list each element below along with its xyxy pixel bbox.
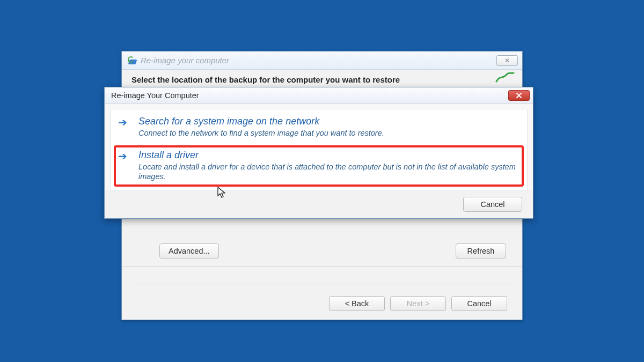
- close-button-back[interactable]: ✕: [496, 55, 518, 66]
- option-desc: Locate and install a driver for a device…: [138, 162, 519, 181]
- option-search-network[interactable]: ➔ Search for a system image on the netwo…: [114, 113, 524, 143]
- dialog-title: Re-image Your Computer: [111, 91, 508, 100]
- cancel-button-dialog[interactable]: Cancel: [463, 197, 522, 212]
- refresh-button[interactable]: Refresh: [456, 243, 506, 258]
- option-title: Install a driver: [138, 150, 519, 161]
- back-button[interactable]: < Back: [329, 296, 385, 311]
- arrow-right-icon: ➔: [118, 116, 133, 138]
- cancel-button[interactable]: Cancel: [451, 296, 507, 311]
- divider: [131, 284, 513, 284]
- reimage-options-dialog: Re-image Your Computer ➔ Search for a sy…: [104, 87, 533, 219]
- arrow-right-icon: ➔: [118, 150, 133, 181]
- advanced-button[interactable]: Advanced...: [159, 243, 219, 258]
- wizard-title: Re-image your computer: [141, 56, 493, 65]
- option-install-driver[interactable]: ➔ Install a driver Locate and install a …: [114, 145, 524, 187]
- wizard-options-row: Advanced... Refresh: [122, 239, 522, 267]
- wizard-nav-row: < Back Next > Cancel: [122, 296, 522, 311]
- wizard-heading: Select the location of the backup for th…: [122, 70, 522, 84]
- app-icon: [127, 56, 137, 65]
- wizard-heading-icon: [495, 72, 515, 83]
- option-desc: Connect to the network to find a system …: [138, 128, 519, 138]
- option-title: Search for a system image on the network: [138, 116, 519, 127]
- close-button-dialog[interactable]: [508, 90, 530, 101]
- next-button: Next >: [390, 296, 446, 311]
- wizard-titlebar: Re-image your computer ✕: [122, 51, 522, 70]
- dialog-titlebar: Re-image Your Computer: [105, 87, 533, 104]
- dialog-body: ➔ Search for a system image on the netwo…: [110, 109, 528, 190]
- wizard-footer: Advanced... Refresh < Back Next > Cancel: [122, 239, 522, 320]
- dialog-footer: Cancel: [105, 190, 533, 218]
